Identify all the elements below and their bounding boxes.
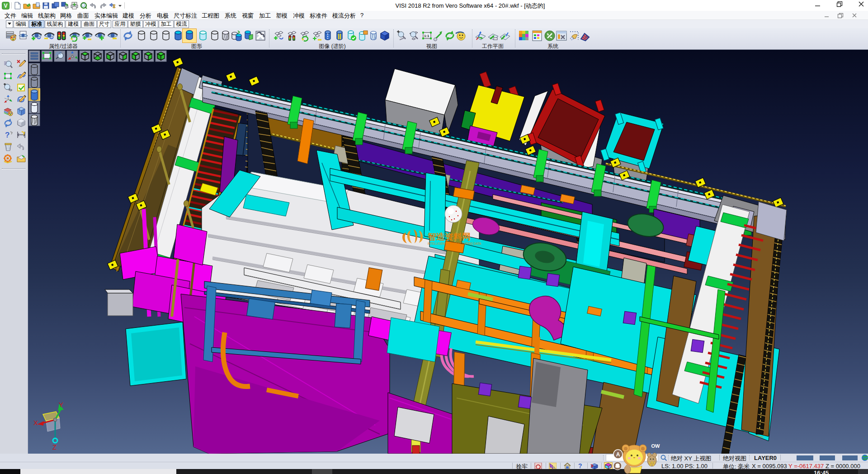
svg-text:Y: Y [59,401,63,408]
svg-text:OW: OW [651,443,660,449]
svg-text:智造资料网: 智造资料网 [427,232,471,242]
svg-text:?: ? [5,131,9,139]
svg-text:V: V [4,3,7,9]
svg-text:Z: Z [52,443,57,451]
svg-text:1:1: 1:1 [424,34,429,38]
svg-text:X: X [33,419,38,427]
svg-text:A: A [616,451,620,458]
svg-text:INTELLIGENT MANUFACTURING DATA: INTELLIGENT MANUFACTURING DATA [428,242,481,245]
svg-text:W: W [649,460,656,467]
